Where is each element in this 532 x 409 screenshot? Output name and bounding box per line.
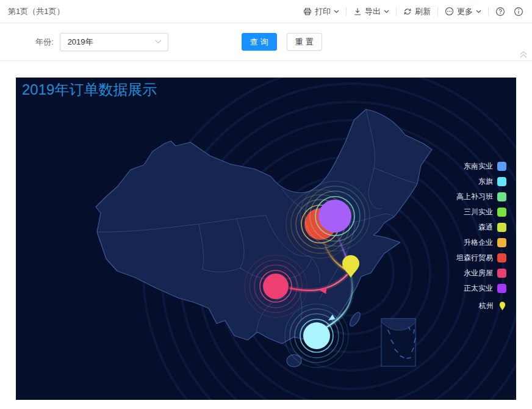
toolbar-actions: 打印 导出 刷新 更多	[303, 6, 523, 17]
refresh-button[interactable]: 刷新	[403, 6, 431, 17]
toolbar-divider	[437, 7, 438, 16]
legend-label: 坦森行贸易	[456, 253, 493, 262]
legend-swatch	[497, 238, 506, 247]
chevron-down-icon	[334, 10, 339, 13]
collapse-panel-button[interactable]	[519, 50, 528, 59]
toolbar-divider	[396, 7, 397, 16]
legend-label: 森通	[478, 223, 493, 232]
refresh-icon	[403, 7, 412, 16]
map-title: 2019年订单数据展示	[22, 80, 157, 100]
legend-swatch	[497, 253, 506, 262]
refresh-label: 刷新	[415, 6, 431, 17]
export-label: 导出	[365, 6, 381, 17]
year-select-value: 2019年	[68, 37, 93, 48]
map-pin-icon	[498, 300, 506, 311]
download-icon	[353, 7, 362, 16]
help-icon	[495, 7, 505, 16]
chevron-down-icon	[476, 10, 481, 13]
order-bubble[interactable]	[285, 304, 348, 367]
legend-swatch	[497, 177, 506, 186]
legend-label: 升格企业	[464, 238, 493, 247]
legend-label: 东旗	[478, 177, 493, 186]
more-icon	[445, 7, 454, 16]
legend-swatch	[497, 208, 506, 217]
help-button[interactable]	[495, 7, 505, 16]
legend-item[interactable]: 坦森行贸易	[456, 253, 506, 262]
order-map-chart[interactable]: 2019年订单数据展示 东南实业东旗高上补习班三川实业森通升格企业坦森行贸易永业…	[16, 78, 516, 400]
info-icon	[514, 7, 523, 16]
legend-item[interactable]: 东旗	[478, 177, 506, 186]
map-legend: 东南实业东旗高上补习班三川实业森通升格企业坦森行贸易永业房屋正太实业杭州	[456, 162, 506, 311]
legend-label: 东南实业	[464, 162, 493, 171]
china-map	[16, 78, 516, 400]
legend-label: 高上补习班	[456, 192, 493, 201]
legend-swatch	[497, 162, 506, 171]
legend-item[interactable]: 永业房屋	[464, 269, 506, 278]
legend-swatch	[497, 192, 506, 201]
legend-item[interactable]: 森通	[478, 223, 506, 232]
legend-label: 永业房屋	[464, 269, 493, 278]
export-button[interactable]: 导出	[353, 6, 389, 17]
year-select[interactable]: 2019年	[60, 33, 168, 51]
report-toolbar: 第1页（共1页） 打印 导出 刷新	[0, 0, 532, 23]
toolbar-divider	[488, 7, 489, 16]
double-chevron-up-icon	[519, 50, 528, 59]
legend-item-hangzhou[interactable]: 杭州	[479, 300, 506, 311]
reset-button[interactable]: 重置	[287, 33, 322, 51]
chevron-down-icon	[384, 10, 389, 13]
legend-item[interactable]: 正太实业	[464, 284, 506, 293]
more-button[interactable]: 更多	[445, 6, 481, 17]
legend-swatch	[497, 223, 506, 232]
legend-swatch	[497, 269, 506, 278]
print-label: 打印	[315, 6, 331, 17]
chevron-down-icon	[155, 40, 162, 44]
info-button[interactable]	[514, 7, 523, 16]
query-button[interactable]: 查询	[242, 33, 277, 51]
year-label: 年份:	[35, 37, 54, 48]
filter-panel: 年份: 2019年 查询 重置	[0, 23, 532, 61]
legend-item[interactable]: 高上补习班	[456, 192, 506, 201]
more-label: 更多	[457, 6, 473, 17]
page-indicator: 第1页（共1页）	[8, 6, 64, 17]
legend-label: 杭州	[479, 302, 494, 311]
legend-swatch	[497, 284, 506, 293]
printer-icon	[303, 7, 312, 16]
legend-item[interactable]: 三川实业	[464, 208, 506, 217]
print-button[interactable]: 打印	[303, 6, 339, 17]
legend-label: 正太实业	[464, 284, 493, 293]
legend-label: 三川实业	[464, 208, 493, 217]
south-china-sea-inset	[381, 319, 415, 366]
legend-item[interactable]: 升格企业	[464, 238, 506, 247]
toolbar-divider	[346, 7, 347, 16]
legend-item[interactable]: 东南实业	[464, 162, 506, 171]
